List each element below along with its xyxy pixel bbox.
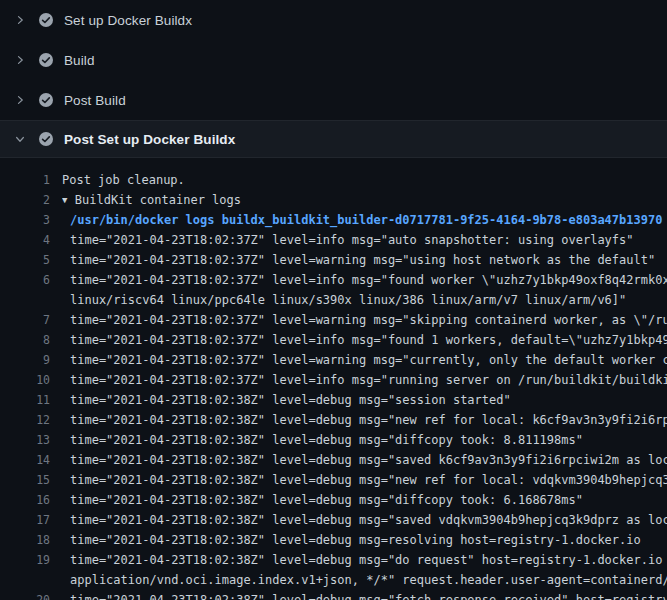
log-text: time="2021-04-23T18:02:37Z" level=info m… (70, 373, 667, 387)
line-text: time="2021-04-23T18:02:37Z" level=warnin… (62, 250, 667, 270)
line-number[interactable]: 9 (0, 350, 50, 370)
log-text: application/vnd.oci.image.index.v1+json,… (70, 573, 667, 587)
line-number[interactable]: 17 (0, 510, 50, 530)
line-text: time="2021-04-23T18:02:38Z" level=debug … (62, 590, 667, 600)
line-number[interactable]: 20 (0, 590, 50, 600)
line-number[interactable]: 19 (0, 550, 50, 570)
log-line: linux/riscv64 linux/ppc64le linux/s390x … (0, 290, 667, 310)
line-text: time="2021-04-23T18:02:37Z" level=info m… (62, 330, 667, 350)
log-text: time="2021-04-23T18:02:37Z" level=info m… (70, 233, 634, 247)
log-line: application/vnd.oci.image.index.v1+json,… (0, 570, 667, 590)
log-line: 9 time="2021-04-23T18:02:37Z" level=warn… (0, 350, 667, 370)
log-line: 17 time="2021-04-23T18:02:38Z" level=deb… (0, 510, 667, 530)
line-number[interactable]: 1 (0, 170, 50, 190)
log-line: 20 time="2021-04-23T18:02:38Z" level=deb… (0, 590, 667, 600)
line-text: ▼ BuildKit container logs (62, 190, 667, 210)
step-row-build[interactable]: Build (0, 40, 667, 80)
check-circle-icon (38, 52, 54, 68)
line-text: Post job cleanup. (62, 170, 667, 190)
log-line: 15 time="2021-04-23T18:02:38Z" level=deb… (0, 470, 667, 490)
log-text: time="2021-04-23T18:02:38Z" level=debug … (70, 513, 667, 527)
line-text: time="2021-04-23T18:02:38Z" level=debug … (62, 430, 667, 450)
chevron-right-icon[interactable] (12, 52, 28, 68)
line-text: time="2021-04-23T18:02:37Z" level=warnin… (62, 310, 667, 330)
line-number[interactable]: 11 (0, 390, 50, 410)
line-text: time="2021-04-23T18:02:38Z" level=debug … (62, 470, 667, 490)
steps-list: Set up Docker Buildx Build Post Build (0, 0, 667, 158)
line-number[interactable]: 4 (0, 230, 50, 250)
chevron-down-icon[interactable] (12, 131, 28, 147)
log-lines: 1 Post job cleanup. 2 ▼ BuildKit contain… (0, 170, 667, 600)
log-text: Post job cleanup. (62, 173, 185, 187)
line-number[interactable]: 10 (0, 370, 50, 390)
log-text: time="2021-04-23T18:02:37Z" level=info m… (70, 333, 667, 347)
log-text: time="2021-04-23T18:02:38Z" level=debug … (70, 433, 583, 447)
log-line: 12 time="2021-04-23T18:02:38Z" level=deb… (0, 410, 667, 430)
line-number[interactable]: 16 (0, 490, 50, 510)
log-line: 14 time="2021-04-23T18:02:38Z" level=deb… (0, 450, 667, 470)
line-text: time="2021-04-23T18:02:37Z" level=info m… (62, 370, 667, 390)
log-line: 18 time="2021-04-23T18:02:38Z" level=deb… (0, 530, 667, 550)
line-text: time="2021-04-23T18:02:37Z" level=info m… (62, 230, 667, 250)
line-number[interactable]: 18 (0, 530, 50, 550)
log-line: 4 time="2021-04-23T18:02:37Z" level=info… (0, 230, 667, 250)
log-text: time="2021-04-23T18:02:38Z" level=debug … (70, 493, 583, 507)
log-line: 3 /usr/bin/docker logs buildx_buildkit_b… (0, 210, 667, 230)
check-circle-icon (38, 92, 54, 108)
line-text: /usr/bin/docker logs buildx_buildkit_bui… (62, 210, 667, 230)
line-number[interactable]: 8 (0, 330, 50, 350)
log-text: time="2021-04-23T18:02:37Z" level=warnin… (70, 353, 667, 367)
line-number[interactable]: 12 (0, 410, 50, 430)
log-line: 10 time="2021-04-23T18:02:37Z" level=inf… (0, 370, 667, 390)
log-line: 7 time="2021-04-23T18:02:37Z" level=warn… (0, 310, 667, 330)
line-number[interactable]: 13 (0, 430, 50, 450)
line-text: time="2021-04-23T18:02:37Z" level=info m… (62, 270, 667, 290)
log-line: 13 time="2021-04-23T18:02:38Z" level=deb… (0, 430, 667, 450)
log-line: 19 time="2021-04-23T18:02:38Z" level=deb… (0, 550, 667, 570)
line-number[interactable]: 15 (0, 470, 50, 490)
line-text: time="2021-04-23T18:02:37Z" level=warnin… (62, 350, 667, 370)
line-number[interactable]: 5 (0, 250, 50, 270)
line-text: time="2021-04-23T18:02:38Z" level=debug … (62, 410, 667, 430)
step-row-post-setup-docker-buildx[interactable]: Post Set up Docker Buildx (0, 120, 667, 158)
log-text: time="2021-04-23T18:02:38Z" level=debug … (70, 473, 667, 487)
step-label: Post Set up Docker Buildx (64, 132, 235, 147)
log-text: time="2021-04-23T18:02:38Z" level=debug … (70, 553, 667, 567)
line-text: time="2021-04-23T18:02:38Z" level=debug … (62, 450, 667, 470)
log-text: BuildKit container logs (75, 193, 241, 207)
step-row-setup-docker-buildx[interactable]: Set up Docker Buildx (0, 0, 667, 40)
log-text: time="2021-04-23T18:02:37Z" level=info m… (70, 273, 667, 287)
log-line: 2 ▼ BuildKit container logs (0, 190, 667, 210)
chevron-right-icon[interactable] (12, 92, 28, 108)
line-text: linux/riscv64 linux/ppc64le linux/s390x … (62, 290, 667, 310)
step-row-post-build[interactable]: Post Build (0, 80, 667, 120)
log-line: 5 time="2021-04-23T18:02:37Z" level=warn… (0, 250, 667, 270)
log-line: 8 time="2021-04-23T18:02:37Z" level=info… (0, 330, 667, 350)
log-text: time="2021-04-23T18:02:38Z" level=debug … (70, 593, 667, 600)
log-line: 11 time="2021-04-23T18:02:38Z" level=deb… (0, 390, 667, 410)
line-text: time="2021-04-23T18:02:38Z" level=debug … (62, 550, 667, 570)
line-number[interactable]: 3 (0, 210, 50, 230)
log-text: time="2021-04-23T18:02:38Z" level=debug … (70, 453, 667, 467)
group-toggle-icon[interactable]: ▼ (62, 190, 73, 210)
check-circle-icon (38, 12, 54, 28)
line-number[interactable]: 14 (0, 450, 50, 470)
log-text: /usr/bin/docker logs buildx_buildkit_bui… (70, 213, 662, 227)
log-line: 16 time="2021-04-23T18:02:38Z" level=deb… (0, 490, 667, 510)
step-label: Set up Docker Buildx (64, 13, 192, 28)
log-line: 1 Post job cleanup. (0, 170, 667, 190)
log-text: time="2021-04-23T18:02:38Z" level=debug … (70, 533, 641, 547)
line-number[interactable]: 6 (0, 270, 50, 290)
chevron-right-icon[interactable] (12, 12, 28, 28)
check-circle-icon (38, 131, 54, 147)
line-text: time="2021-04-23T18:02:38Z" level=debug … (62, 510, 667, 530)
log-text: time="2021-04-23T18:02:37Z" level=warnin… (70, 253, 655, 267)
log-line: 6 time="2021-04-23T18:02:37Z" level=info… (0, 270, 667, 290)
line-text: time="2021-04-23T18:02:38Z" level=debug … (62, 530, 667, 550)
step-label: Post Build (64, 93, 126, 108)
line-number[interactable] (0, 290, 50, 310)
line-number[interactable] (0, 570, 50, 590)
line-number[interactable]: 2 (0, 190, 50, 210)
line-number[interactable]: 7 (0, 310, 50, 330)
log-text: time="2021-04-23T18:02:38Z" level=debug … (70, 413, 667, 427)
